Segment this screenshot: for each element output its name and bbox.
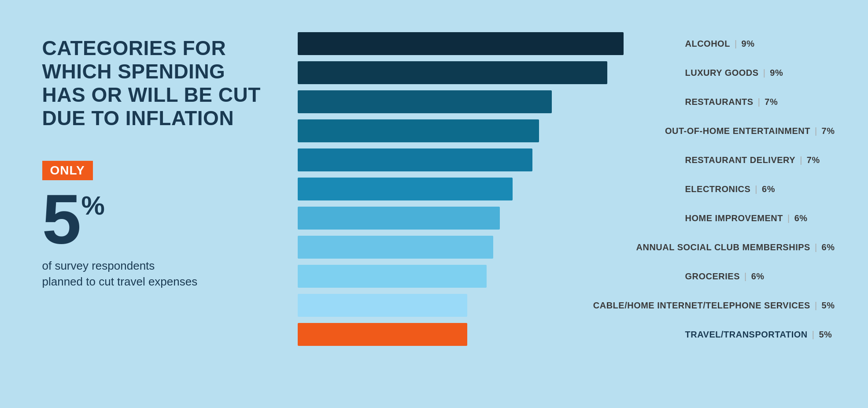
bar-wrap	[298, 323, 677, 346]
chart-panel: ALCOHOL | 9%LUXURY GOODS | 9%RESTAURANTS…	[298, 28, 835, 346]
description-line1: of survey respondents	[42, 259, 155, 272]
bar-label: TRAVEL/TRANSPORTATION | 5%	[685, 330, 835, 340]
bar-row: ALCOHOL | 9%	[298, 32, 835, 55]
bar-wrap	[298, 294, 585, 317]
bar-wrap	[298, 236, 628, 259]
bar-fill	[298, 148, 532, 171]
bar-label: ELECTRONICS | 6%	[685, 184, 835, 194]
bar-row: LUXURY GOODS | 9%	[298, 61, 835, 84]
bar-fill	[298, 61, 607, 84]
stat-block: ONLY 5 % of survey respondents planned t…	[42, 161, 271, 290]
stat-description: of survey respondents planned to cut tra…	[42, 258, 271, 290]
bar-wrap	[298, 61, 677, 84]
bar-fill	[298, 207, 500, 230]
bar-row: RESTAURANTS | 7%	[298, 90, 835, 113]
bar-wrap	[298, 178, 677, 200]
bar-row: ANNUAL SOCIAL CLUB MEMBERSHIPS | 6%	[298, 236, 835, 259]
bar-fill	[298, 236, 493, 259]
bar-fill	[298, 178, 513, 200]
bar-wrap	[298, 32, 677, 55]
big-number-value: 5	[42, 184, 81, 254]
bar-wrap	[298, 148, 677, 171]
bar-row: ELECTRONICS | 6%	[298, 178, 835, 200]
bar-fill	[298, 32, 624, 55]
bar-row: TRAVEL/TRANSPORTATION | 5%	[298, 323, 835, 346]
main-container: CATEGORIES FOR WHICH SPENDING HAS OR WIL…	[16, 10, 853, 398]
bar-label: HOME IMPROVEMENT | 6%	[685, 213, 835, 223]
bar-fill	[298, 323, 467, 346]
bar-fill	[298, 265, 487, 288]
bar-row: HOME IMPROVEMENT | 6%	[298, 207, 835, 230]
only-badge: ONLY	[42, 161, 93, 180]
big-number-percent: %	[81, 193, 104, 219]
left-panel: CATEGORIES FOR WHICH SPENDING HAS OR WIL…	[42, 28, 271, 289]
bar-wrap	[298, 119, 657, 142]
bar-row: OUT-OF-HOME ENTERTAINMENT | 7%	[298, 119, 835, 142]
description-line2: planned to cut travel expenses	[42, 275, 198, 288]
chart-title: CATEGORIES FOR WHICH SPENDING HAS OR WIL…	[42, 37, 271, 130]
bar-row: GROCERIES | 6%	[298, 265, 835, 288]
bar-row: CABLE/HOME INTERNET/TELEPHONE SERVICES |…	[298, 294, 835, 317]
bar-fill	[298, 90, 552, 113]
bar-wrap	[298, 265, 677, 288]
bar-label: ANNUAL SOCIAL CLUB MEMBERSHIPS | 6%	[636, 242, 835, 252]
bar-row: RESTAURANT DELIVERY | 7%	[298, 148, 835, 171]
bar-label: RESTAURANTS | 7%	[685, 97, 835, 107]
bar-label: OUT-OF-HOME ENTERTAINMENT | 7%	[665, 126, 835, 136]
bar-label: LUXURY GOODS | 9%	[685, 68, 835, 78]
bar-wrap	[298, 90, 677, 113]
bar-fill	[298, 294, 467, 317]
bar-fill	[298, 119, 539, 142]
bar-wrap	[298, 207, 677, 230]
bar-label: CABLE/HOME INTERNET/TELEPHONE SERVICES |…	[593, 300, 835, 311]
bar-label: RESTAURANT DELIVERY | 7%	[685, 155, 835, 165]
big-number-display: 5 %	[42, 184, 271, 254]
bar-label: GROCERIES | 6%	[685, 271, 835, 282]
bar-label: ALCOHOL | 9%	[685, 39, 835, 49]
